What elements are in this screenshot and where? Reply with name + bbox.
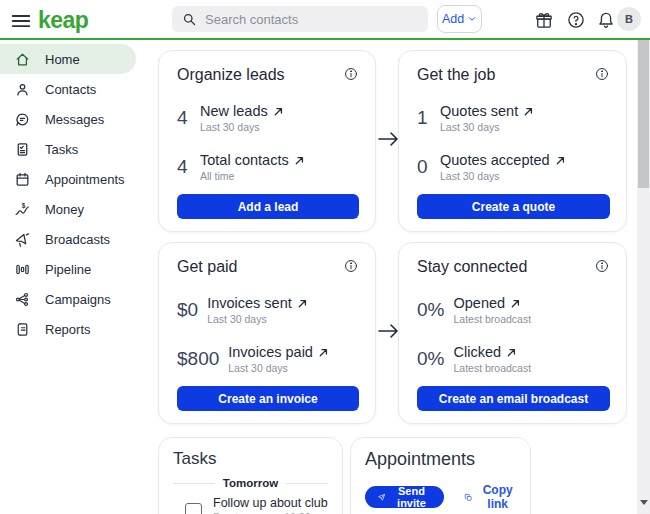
card-get-the-job: Get the job 1 Quotes sent Last 30 days 0… xyxy=(398,50,627,232)
stat-invoices-sent[interactable]: $0 Invoices sent Last 30 days xyxy=(177,295,359,325)
task-title: Follow up about club xyxy=(213,496,328,510)
home-icon xyxy=(14,51,31,68)
keap-logo[interactable]: keap xyxy=(38,7,88,34)
stat-label: Opened xyxy=(453,295,505,311)
add-a-lead-button[interactable]: Add a lead xyxy=(177,194,359,219)
stat-sublabel: Last 30 days xyxy=(200,121,284,133)
sidebar-item-label: Tasks xyxy=(45,142,78,157)
info-icon[interactable] xyxy=(343,66,359,82)
reports-icon xyxy=(14,321,31,338)
sidebar-item-pipeline[interactable]: Pipeline xyxy=(0,254,150,284)
open-link-arrow-icon xyxy=(555,155,566,166)
copy-icon xyxy=(464,491,473,504)
stat-label: Total contacts xyxy=(200,152,289,168)
sidebar-item-tasks[interactable]: Tasks xyxy=(0,134,150,164)
sidebar-item-reports[interactable]: Reports xyxy=(0,314,150,344)
tasks-title: Tasks xyxy=(173,449,328,469)
sidebar-item-label: Money xyxy=(45,202,84,217)
stat-clicked[interactable]: 0% Clicked Latest broadcast xyxy=(417,344,610,374)
top-bar: keap Search contacts Add B xyxy=(0,0,650,40)
stat-label: Invoices sent xyxy=(207,295,292,311)
card-get-paid: Get paid $0 Invoices sent Last 30 days $… xyxy=(158,242,376,424)
create-a-quote-button[interactable]: Create a quote xyxy=(417,194,610,219)
scroll-down-arrow-icon[interactable] xyxy=(640,500,648,505)
create-an-invoice-button[interactable]: Create an invoice xyxy=(177,386,359,411)
send-invite-button[interactable]: Send invite xyxy=(365,486,444,508)
help-icon[interactable] xyxy=(566,10,586,30)
stat-label: Quotes sent xyxy=(440,103,518,119)
create-an-email-broadcast-button[interactable]: Create an email broadcast xyxy=(417,386,610,411)
search-placeholder: Search contacts xyxy=(205,12,298,27)
gift-icon[interactable] xyxy=(534,10,554,30)
sidebar-item-campaigns[interactable]: Campaigns xyxy=(0,284,150,314)
tasks-icon xyxy=(14,141,31,158)
task-item: Follow up about club Due tomorrow, 10:30… xyxy=(173,496,328,514)
search-input[interactable]: Search contacts xyxy=(172,6,428,32)
bell-icon[interactable] xyxy=(596,10,616,30)
stat-value: 0% xyxy=(417,299,444,321)
task-checkbox[interactable] xyxy=(185,503,202,514)
stat-sublabel: Latest broadcast xyxy=(453,313,531,325)
stat-new-leads[interactable]: 4 New leads Last 30 days xyxy=(177,103,359,133)
card-stay-connected: Stay connected 0% Opened Latest broadcas… xyxy=(398,242,627,424)
scrollbar-track[interactable] xyxy=(637,40,650,514)
keap-dashboard: keap Search contacts Add B Home Contacts xyxy=(0,0,650,514)
stat-value: $0 xyxy=(177,299,198,321)
card-title: Get the job xyxy=(417,66,495,84)
card-organize-leads: Organize leads 4 New leads Last 30 days … xyxy=(158,50,376,232)
contacts-icon xyxy=(14,81,31,98)
stat-sublabel: Last 30 days xyxy=(207,313,308,325)
appointments-title: Appointments xyxy=(365,449,516,470)
add-button-label: Add xyxy=(442,12,464,26)
info-icon[interactable] xyxy=(594,258,610,274)
stat-label: Clicked xyxy=(453,344,501,360)
sidebar: Home Contacts Messages Tasks Appointment… xyxy=(0,40,150,514)
avatar[interactable]: B xyxy=(617,7,641,31)
stat-invoices-paid[interactable]: $800 Invoices paid Last 30 days xyxy=(177,344,359,374)
sidebar-item-home[interactable]: Home xyxy=(0,44,136,74)
info-icon[interactable] xyxy=(343,258,359,274)
stat-value: 0% xyxy=(417,348,444,370)
sidebar-item-appointments[interactable]: Appointments xyxy=(0,164,150,194)
card-title: Organize leads xyxy=(177,66,285,84)
sidebar-item-label: Contacts xyxy=(45,82,96,97)
send-invite-label: Send invite xyxy=(391,485,431,509)
pipeline-icon xyxy=(14,261,31,278)
sidebar-item-broadcasts[interactable]: Broadcasts xyxy=(0,224,150,254)
search-icon xyxy=(182,12,197,27)
sidebar-item-contacts[interactable]: Contacts xyxy=(0,74,150,104)
sidebar-item-label: Pipeline xyxy=(45,262,91,277)
open-link-arrow-icon xyxy=(506,347,517,358)
money-icon: $ xyxy=(14,201,31,218)
stat-quotes-sent[interactable]: 1 Quotes sent Last 30 days xyxy=(417,103,610,133)
stat-sublabel: All time xyxy=(200,170,305,182)
add-button[interactable]: Add xyxy=(437,5,482,33)
sidebar-item-money[interactable]: $ Money xyxy=(0,194,150,224)
stat-quotes-accepted[interactable]: 0 Quotes accepted Last 30 days xyxy=(417,152,610,182)
sidebar-item-label: Messages xyxy=(45,112,104,127)
copy-link-button[interactable]: Copy link xyxy=(464,483,516,511)
open-link-arrow-icon xyxy=(318,347,329,358)
copy-link-label: Copy link xyxy=(479,483,516,511)
stat-sublabel: Latest broadcast xyxy=(453,362,531,374)
task-group-divider: Tomorrow xyxy=(173,477,328,489)
menu-icon[interactable] xyxy=(10,10,32,30)
card-title: Get paid xyxy=(177,258,237,276)
stat-opened[interactable]: 0% Opened Latest broadcast xyxy=(417,295,610,325)
info-icon[interactable] xyxy=(594,66,610,82)
sidebar-item-label: Appointments xyxy=(45,172,125,187)
appointments-panel: Appointments Send invite Copy link xyxy=(350,437,531,514)
stat-value: 1 xyxy=(417,107,431,129)
sidebar-item-messages[interactable]: Messages xyxy=(0,104,150,134)
tasks-panel: Tasks Tomorrow Follow up about club Due … xyxy=(158,437,343,514)
open-link-arrow-icon xyxy=(273,106,284,117)
appointments-icon xyxy=(14,171,31,188)
open-link-arrow-icon xyxy=(510,298,521,309)
broadcasts-icon xyxy=(14,231,31,248)
stat-total-contacts[interactable]: 4 Total contacts All time xyxy=(177,152,359,182)
svg-text:$: $ xyxy=(22,201,26,209)
scrollbar-thumb[interactable] xyxy=(638,40,649,188)
send-icon xyxy=(378,492,385,503)
open-link-arrow-icon xyxy=(523,106,534,117)
stat-label: Invoices paid xyxy=(228,344,313,360)
